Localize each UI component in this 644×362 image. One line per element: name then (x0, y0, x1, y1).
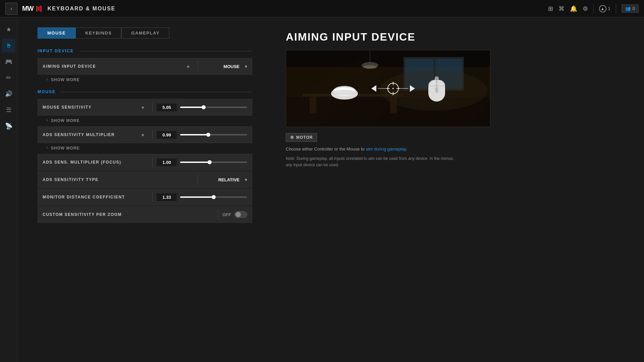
rank-badge: ▲ 1 (599, 5, 610, 12)
main-layout: ★ 🖱 🎮 ✏ 🔊 ☰ 📡 MOUSE KEYBINDS GAMEPLAY IN… (0, 17, 644, 362)
svg-marker-18 (410, 85, 415, 92)
logo-bars (36, 6, 42, 12)
custom-sensitivity-toggle[interactable]: OFF (222, 211, 247, 218)
sidebar-item-favorites[interactable]: ★ (2, 23, 15, 36)
mouse-sensitivity-value[interactable]: 5.05 (157, 104, 177, 111)
sidebar-item-keybinds[interactable]: ✏ (2, 71, 15, 84)
mouse-sensitivity-show-more[interactable]: └ SHOW MORE (38, 116, 252, 125)
motor-icon: ⚙ (290, 135, 294, 140)
friends-button[interactable]: 👥 0 (622, 4, 639, 13)
info-image (286, 50, 490, 127)
divider (198, 61, 198, 71)
topbar-divider (593, 4, 594, 13)
crosshair-arrows (370, 78, 417, 99)
settings-icon[interactable]: ⚙ (583, 5, 588, 12)
tabs-row: MOUSE KEYBINDS GAMEPLAY (38, 27, 252, 39)
slider-fill-2 (180, 134, 208, 135)
show-more-corner-icon-3: └ (46, 146, 48, 150)
section-line-2 (60, 92, 252, 92)
ads-sens-focus-label: ADS SENS. MULTIPLIER (FOCUS) (43, 160, 148, 165)
custom-sensitivity-row[interactable]: CUSTOM SENSITIVITY PER ZOOM OFF (38, 206, 252, 223)
input-device-title: INPUT DEVICE (38, 49, 74, 53)
ads-sensitivity-multiplier-value[interactable]: 0.99 (157, 131, 177, 139)
info-image-content (286, 50, 490, 127)
topbar-divider-2 (616, 4, 616, 13)
ads-sensitivity-type-row[interactable]: ADS SENSITIVITY TYPE RELATIVE ▾ (38, 171, 252, 188)
sidebar-item-mouse[interactable]: 🖱 (2, 39, 15, 52)
notification-icon[interactable]: 🔔 (570, 5, 577, 12)
info-title: AIMING INPUT DEVICE (286, 31, 631, 43)
show-more-text-3: SHOW MORE (51, 146, 80, 150)
page-title: KEYBOARD & MOUSE (48, 6, 548, 12)
sidebar-item-network[interactable]: 📡 (2, 119, 15, 133)
show-more-corner-icon: └ (46, 78, 48, 82)
aiming-input-star[interactable]: ★ (186, 64, 190, 69)
slider-thumb-2[interactable] (206, 133, 210, 137)
sidebar-item-controller[interactable]: 🎮 (2, 55, 15, 68)
mouse-sensitivity-row[interactable]: MOUSE SENSITIVITY ★ 5.05 (38, 99, 252, 116)
ads-sensitivity-type-value: RELATIVE (202, 177, 242, 182)
toggle-off-label: OFF (222, 212, 231, 217)
topbar: ‹ MW KEYBOARD & MOUSE ⊞ ⌘ 🔔 ⚙ ▲ 1 👥 0 (0, 0, 644, 17)
monitor-distance-value[interactable]: 1.33 (157, 193, 177, 201)
aiming-input-dropdown-arrow[interactable]: ▾ (245, 64, 247, 69)
logo-text: MW (22, 5, 34, 12)
slider-fill (180, 107, 204, 108)
mouse-device-icon (427, 73, 447, 104)
input-device-section-header: INPUT DEVICE (38, 49, 252, 53)
info-panel: AIMING INPUT DEVICE (272, 17, 644, 362)
divider-6 (152, 192, 153, 202)
tab-mouse[interactable]: MOUSE (38, 27, 75, 39)
slider-fill-4 (180, 196, 214, 198)
input-device-show-more[interactable]: └ SHOW MORE (38, 75, 252, 84)
sidebar-item-audio[interactable]: 🔊 (2, 87, 15, 101)
tab-gameplay[interactable]: GAMEPLAY (121, 27, 169, 39)
slider-thumb-3[interactable] (208, 160, 212, 164)
show-more-text-1: SHOW MORE (51, 77, 80, 82)
ads-sensitivity-multiplier-slider[interactable] (180, 134, 247, 135)
slider-track-3 (180, 162, 247, 163)
info-link[interactable]: aim during gameplay (366, 146, 406, 152)
svg-marker-17 (371, 85, 376, 92)
mouse-sensitivity-label: MOUSE SENSITIVITY (43, 105, 141, 110)
toggle-knob (235, 212, 241, 217)
back-button[interactable]: ‹ (5, 3, 17, 15)
slider-thumb[interactable] (202, 105, 206, 109)
logo-bar-3 (40, 6, 42, 12)
divider-7 (218, 209, 218, 220)
ads-sens-focus-value[interactable]: 1.00 (157, 159, 177, 166)
headset-icon[interactable]: ⌘ (558, 5, 565, 12)
ads-sensitivity-type-arrow[interactable]: ▾ (245, 177, 247, 182)
monitor-distance-row[interactable]: MONITOR DISTANCE COEFFICIENT 1.33 (38, 189, 252, 205)
aiming-input-value: MOUSE (202, 64, 242, 69)
divider-3 (152, 130, 153, 140)
divider-2 (152, 102, 153, 112)
mouse-sensitivity-slider[interactable] (180, 107, 247, 108)
monitor-distance-slider[interactable] (180, 196, 247, 198)
slider-fill-3 (180, 162, 210, 163)
rank-circle: ▲ (599, 5, 606, 12)
aiming-input-device-row[interactable]: AIMING INPUT DEVICE ★ MOUSE ▾ (38, 58, 252, 75)
controller-device-icon (329, 75, 360, 102)
mouse-section-header: MOUSE (38, 89, 252, 94)
left-sidebar: ★ 🖱 🎮 ✏ 🔊 ☰ 📡 (0, 17, 17, 362)
ads-sensitivity-show-more[interactable]: └ SHOW MORE (38, 144, 252, 153)
info-note: Note: During gameplay, all inputs unrela… (286, 156, 631, 168)
ads-sensitivity-star[interactable]: ★ (141, 132, 145, 137)
custom-sensitivity-label: CUSTOM SENSITIVITY PER ZOOM (43, 212, 214, 217)
slider-thumb-4[interactable] (212, 195, 216, 199)
ads-sensitivity-multiplier-row[interactable]: ADS SENSITIVITY MULTIPLIER ★ 0.99 (38, 126, 252, 143)
toggle-switch[interactable] (234, 211, 247, 218)
divider-5 (198, 175, 198, 185)
mouse-sensitivity-star[interactable]: ★ (141, 105, 145, 110)
ads-sens-focus-row[interactable]: ADS SENS. MULTIPLIER (FOCUS) 1.00 (38, 154, 252, 171)
grid-icon[interactable]: ⊞ (548, 5, 553, 12)
tab-keybinds[interactable]: KEYBINDS (75, 27, 121, 39)
ads-sens-focus-slider[interactable] (180, 162, 247, 163)
section-line-1 (78, 51, 252, 51)
divider-4 (152, 157, 153, 167)
rank-value: 1 (608, 6, 610, 11)
sidebar-item-interface[interactable]: ☰ (2, 103, 15, 117)
info-description: Choose either Controller or the Mouse to… (286, 146, 631, 153)
show-more-text-2: SHOW MORE (51, 118, 80, 123)
